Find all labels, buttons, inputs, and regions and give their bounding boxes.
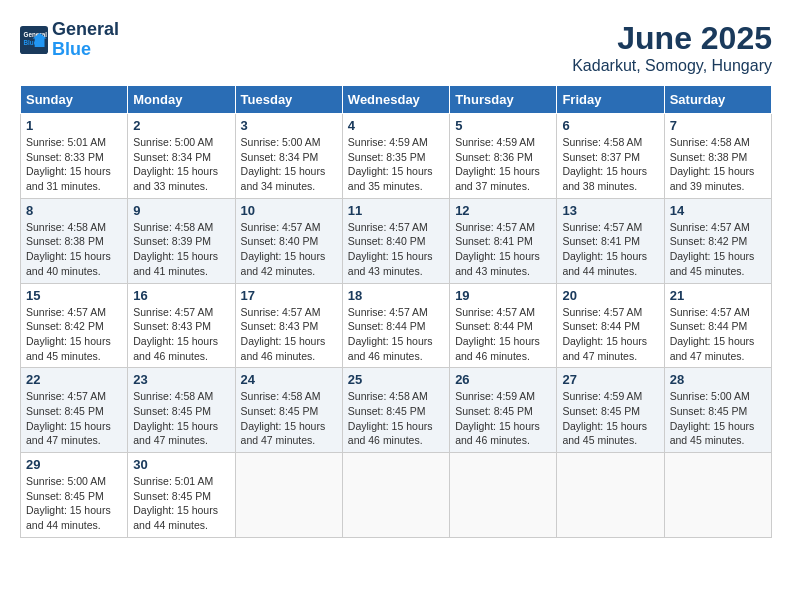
- table-row: 27Sunrise: 4:59 AM Sunset: 8:45 PM Dayli…: [557, 368, 664, 453]
- day-info: Sunrise: 4:57 AM Sunset: 8:40 PM Dayligh…: [348, 220, 444, 279]
- day-info: Sunrise: 4:57 AM Sunset: 8:44 PM Dayligh…: [455, 305, 551, 364]
- col-monday: Monday: [128, 86, 235, 114]
- day-info: Sunrise: 5:00 AM Sunset: 8:34 PM Dayligh…: [241, 135, 337, 194]
- day-number: 16: [133, 288, 229, 303]
- day-info: Sunrise: 4:58 AM Sunset: 8:37 PM Dayligh…: [562, 135, 658, 194]
- day-info: Sunrise: 4:59 AM Sunset: 8:36 PM Dayligh…: [455, 135, 551, 194]
- calendar-week-row: 1Sunrise: 5:01 AM Sunset: 8:33 PM Daylig…: [21, 114, 772, 199]
- table-row: 11Sunrise: 4:57 AM Sunset: 8:40 PM Dayli…: [342, 198, 449, 283]
- table-row: 21Sunrise: 4:57 AM Sunset: 8:44 PM Dayli…: [664, 283, 771, 368]
- page-header: General Blue GeneralBlue June 2025 Kadar…: [20, 20, 772, 75]
- table-row: 3Sunrise: 5:00 AM Sunset: 8:34 PM Daylig…: [235, 114, 342, 199]
- day-number: 28: [670, 372, 766, 387]
- col-saturday: Saturday: [664, 86, 771, 114]
- table-row: 9Sunrise: 4:58 AM Sunset: 8:39 PM Daylig…: [128, 198, 235, 283]
- location-title: Kadarkut, Somogy, Hungary: [572, 57, 772, 75]
- day-number: 22: [26, 372, 122, 387]
- table-row: 10Sunrise: 4:57 AM Sunset: 8:40 PM Dayli…: [235, 198, 342, 283]
- day-info: Sunrise: 4:57 AM Sunset: 8:43 PM Dayligh…: [241, 305, 337, 364]
- calendar-week-row: 22Sunrise: 4:57 AM Sunset: 8:45 PM Dayli…: [21, 368, 772, 453]
- table-row: 8Sunrise: 4:58 AM Sunset: 8:38 PM Daylig…: [21, 198, 128, 283]
- day-info: Sunrise: 4:58 AM Sunset: 8:38 PM Dayligh…: [670, 135, 766, 194]
- col-friday: Friday: [557, 86, 664, 114]
- col-sunday: Sunday: [21, 86, 128, 114]
- table-row: 30Sunrise: 5:01 AM Sunset: 8:45 PM Dayli…: [128, 453, 235, 538]
- day-number: 25: [348, 372, 444, 387]
- day-number: 26: [455, 372, 551, 387]
- table-row: [557, 453, 664, 538]
- table-row: 20Sunrise: 4:57 AM Sunset: 8:44 PM Dayli…: [557, 283, 664, 368]
- day-number: 10: [241, 203, 337, 218]
- table-row: 13Sunrise: 4:57 AM Sunset: 8:41 PM Dayli…: [557, 198, 664, 283]
- day-number: 19: [455, 288, 551, 303]
- calendar-week-row: 8Sunrise: 4:58 AM Sunset: 8:38 PM Daylig…: [21, 198, 772, 283]
- day-number: 1: [26, 118, 122, 133]
- day-number: 7: [670, 118, 766, 133]
- table-row: 6Sunrise: 4:58 AM Sunset: 8:37 PM Daylig…: [557, 114, 664, 199]
- logo-text: GeneralBlue: [52, 20, 119, 60]
- table-row: 29Sunrise: 5:00 AM Sunset: 8:45 PM Dayli…: [21, 453, 128, 538]
- day-number: 21: [670, 288, 766, 303]
- col-thursday: Thursday: [450, 86, 557, 114]
- day-info: Sunrise: 5:01 AM Sunset: 8:45 PM Dayligh…: [133, 474, 229, 533]
- day-info: Sunrise: 4:58 AM Sunset: 8:45 PM Dayligh…: [348, 389, 444, 448]
- col-wednesday: Wednesday: [342, 86, 449, 114]
- logo: General Blue GeneralBlue: [20, 20, 119, 60]
- day-number: 13: [562, 203, 658, 218]
- day-info: Sunrise: 4:58 AM Sunset: 8:39 PM Dayligh…: [133, 220, 229, 279]
- table-row: [450, 453, 557, 538]
- day-info: Sunrise: 4:59 AM Sunset: 8:45 PM Dayligh…: [455, 389, 551, 448]
- day-number: 2: [133, 118, 229, 133]
- day-info: Sunrise: 4:57 AM Sunset: 8:44 PM Dayligh…: [348, 305, 444, 364]
- day-info: Sunrise: 4:57 AM Sunset: 8:42 PM Dayligh…: [670, 220, 766, 279]
- calendar-table: Sunday Monday Tuesday Wednesday Thursday…: [20, 85, 772, 538]
- day-number: 3: [241, 118, 337, 133]
- day-info: Sunrise: 5:00 AM Sunset: 8:45 PM Dayligh…: [26, 474, 122, 533]
- day-info: Sunrise: 4:58 AM Sunset: 8:45 PM Dayligh…: [241, 389, 337, 448]
- table-row: 1Sunrise: 5:01 AM Sunset: 8:33 PM Daylig…: [21, 114, 128, 199]
- day-info: Sunrise: 5:01 AM Sunset: 8:33 PM Dayligh…: [26, 135, 122, 194]
- day-number: 20: [562, 288, 658, 303]
- day-info: Sunrise: 4:57 AM Sunset: 8:44 PM Dayligh…: [562, 305, 658, 364]
- table-row: 23Sunrise: 4:58 AM Sunset: 8:45 PM Dayli…: [128, 368, 235, 453]
- month-title: June 2025: [572, 20, 772, 57]
- day-number: 15: [26, 288, 122, 303]
- table-row: [664, 453, 771, 538]
- day-number: 23: [133, 372, 229, 387]
- day-info: Sunrise: 4:57 AM Sunset: 8:41 PM Dayligh…: [455, 220, 551, 279]
- table-row: 26Sunrise: 4:59 AM Sunset: 8:45 PM Dayli…: [450, 368, 557, 453]
- table-row: 4Sunrise: 4:59 AM Sunset: 8:35 PM Daylig…: [342, 114, 449, 199]
- table-row: 2Sunrise: 5:00 AM Sunset: 8:34 PM Daylig…: [128, 114, 235, 199]
- logo-icon: General Blue: [20, 26, 48, 54]
- day-info: Sunrise: 4:57 AM Sunset: 8:42 PM Dayligh…: [26, 305, 122, 364]
- day-info: Sunrise: 4:57 AM Sunset: 8:40 PM Dayligh…: [241, 220, 337, 279]
- day-info: Sunrise: 4:57 AM Sunset: 8:45 PM Dayligh…: [26, 389, 122, 448]
- day-info: Sunrise: 4:59 AM Sunset: 8:35 PM Dayligh…: [348, 135, 444, 194]
- col-tuesday: Tuesday: [235, 86, 342, 114]
- table-row: 17Sunrise: 4:57 AM Sunset: 8:43 PM Dayli…: [235, 283, 342, 368]
- day-number: 4: [348, 118, 444, 133]
- table-row: 22Sunrise: 4:57 AM Sunset: 8:45 PM Dayli…: [21, 368, 128, 453]
- calendar-header-row: Sunday Monday Tuesday Wednesday Thursday…: [21, 86, 772, 114]
- day-info: Sunrise: 4:58 AM Sunset: 8:38 PM Dayligh…: [26, 220, 122, 279]
- table-row: 12Sunrise: 4:57 AM Sunset: 8:41 PM Dayli…: [450, 198, 557, 283]
- table-row: 18Sunrise: 4:57 AM Sunset: 8:44 PM Dayli…: [342, 283, 449, 368]
- table-row: 7Sunrise: 4:58 AM Sunset: 8:38 PM Daylig…: [664, 114, 771, 199]
- table-row: 16Sunrise: 4:57 AM Sunset: 8:43 PM Dayli…: [128, 283, 235, 368]
- day-info: Sunrise: 4:57 AM Sunset: 8:41 PM Dayligh…: [562, 220, 658, 279]
- day-number: 8: [26, 203, 122, 218]
- day-number: 18: [348, 288, 444, 303]
- title-block: June 2025 Kadarkut, Somogy, Hungary: [572, 20, 772, 75]
- day-info: Sunrise: 5:00 AM Sunset: 8:34 PM Dayligh…: [133, 135, 229, 194]
- day-number: 29: [26, 457, 122, 472]
- calendar-week-row: 29Sunrise: 5:00 AM Sunset: 8:45 PM Dayli…: [21, 453, 772, 538]
- day-number: 14: [670, 203, 766, 218]
- table-row: [235, 453, 342, 538]
- table-row: 28Sunrise: 5:00 AM Sunset: 8:45 PM Dayli…: [664, 368, 771, 453]
- day-number: 5: [455, 118, 551, 133]
- day-number: 12: [455, 203, 551, 218]
- day-number: 9: [133, 203, 229, 218]
- day-number: 27: [562, 372, 658, 387]
- day-info: Sunrise: 4:57 AM Sunset: 8:44 PM Dayligh…: [670, 305, 766, 364]
- day-info: Sunrise: 4:57 AM Sunset: 8:43 PM Dayligh…: [133, 305, 229, 364]
